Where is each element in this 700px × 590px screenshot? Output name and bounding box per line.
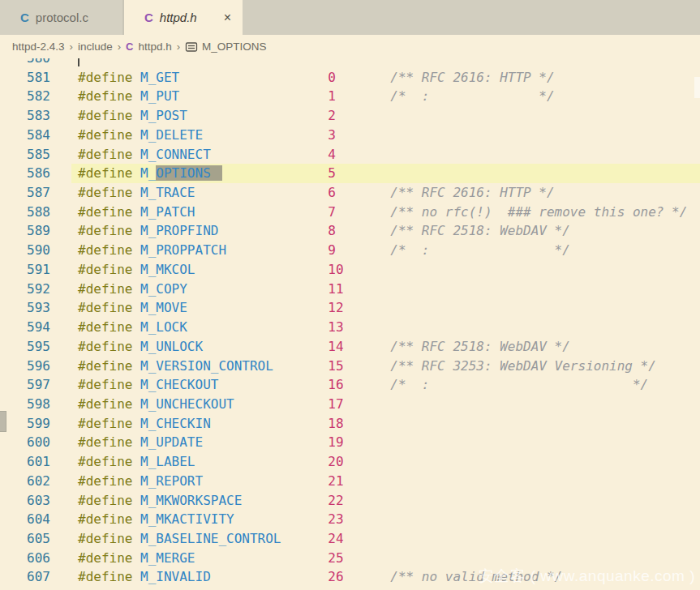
code-line[interactable]: 603#define M_MKWORKSPACE 22 [0,491,700,511]
line-number[interactable]: 580 [0,58,71,68]
line-content[interactable]: #define M_UPDATE 19 [71,433,700,452]
code-line[interactable]: 580 [0,58,700,68]
line-number[interactable]: 605 [0,529,71,549]
line-content[interactable]: #define M_MKWORKSPACE 22 [71,491,700,511]
breadcrumb-item-file[interactable]: C httpd.h [126,41,172,53]
line-content[interactable]: #define M_UNCHECKOUT 17 [71,395,700,414]
line-number[interactable]: 581 [0,68,71,88]
code-line[interactable]: 591#define M_MKCOL 10 [0,260,700,280]
code-line[interactable]: 583#define M_POST 2 [0,106,700,126]
line-content[interactable]: #define M_UNLOCK 14 /** RFC 2518: WebDAV… [71,337,700,357]
code-line[interactable]: 590#define M_PROPPATCH 9 /* : */ [0,241,700,260]
line-content[interactable]: #define M_MKACTIVITY 23 [71,510,700,529]
code-line[interactable]: 594#define M_LOCK 13 [0,318,700,337]
line-content[interactable]: #define M_PROPFIND 8 /** RFC 2518: WebDA… [71,221,700,241]
line-content[interactable]: #define M_DELETE 3 [71,126,700,145]
line-number[interactable]: 601 [0,452,71,472]
line-number[interactable]: 600 [0,433,71,452]
line-number[interactable]: 597 [0,375,71,395]
line-number[interactable]: 591 [0,260,71,280]
code-line[interactable]: 600#define M_UPDATE 19 [0,433,700,452]
line-number[interactable]: 596 [0,357,71,376]
code-line[interactable]: 589#define M_PROPFIND 8 /** RFC 2518: We… [0,221,700,241]
chevron-right-icon: › [177,41,180,53]
code-line[interactable]: 604#define M_MKACTIVITY 23 [0,510,700,529]
line-content[interactable] [71,58,700,68]
code-line[interactable]: 585#define M_CONNECT 4 [0,145,700,165]
code-line[interactable]: 582#define M_PUT 1 /* : */ [0,87,700,106]
line-number[interactable]: 585 [0,145,71,165]
code-line[interactable]: 598#define M_UNCHECKOUT 17 [0,395,700,414]
line-content[interactable]: #define M_LOCK 13 [71,318,700,337]
code-line[interactable]: 605#define M_BASELINE_CONTROL 24 [0,529,700,549]
code-line[interactable]: 607#define M_INVALID 26 /** no valid met… [0,567,700,587]
line-number[interactable]: 586 [0,164,71,183]
code-line[interactable]: 593#define M_MOVE 12 [0,298,700,318]
line-number[interactable]: 587 [0,183,71,203]
line-content[interactable]: #define M_PUT 1 /* : */ [71,87,700,106]
code-line[interactable]: 595#define M_UNLOCK 14 /** RFC 2518: Web… [0,337,700,357]
scrollbar-thumb[interactable] [694,77,700,98]
chevron-right-icon: › [118,41,121,53]
line-number[interactable]: 589 [0,221,71,241]
line-number[interactable]: 582 [0,87,71,106]
line-number[interactable]: 583 [0,106,71,126]
line-content[interactable]: #define M_LABEL 20 [71,452,700,472]
code-line[interactable]: 597#define M_CHECKOUT 16 /* : */ [0,375,700,395]
line-number[interactable]: 588 [0,203,71,222]
code-line[interactable]: 606#define M_MERGE 25 [0,549,700,568]
code-line[interactable]: 586#define M_OPTIONS 5 [0,164,700,183]
code-line[interactable]: 602#define M_REPORT 21 [0,472,700,491]
line-content[interactable]: #define M_OPTIONS 5 [71,164,700,183]
line-content[interactable]: #define M_MOVE 12 [71,298,700,318]
line-number[interactable]: 594 [0,318,71,337]
line-content[interactable]: #define M_MERGE 25 [71,549,700,568]
breadcrumb-symbol-label: M_OPTIONS [202,41,267,53]
line-content[interactable]: #define M_MKCOL 10 [71,260,700,280]
line-content[interactable]: #define M_CHECKIN 18 [71,414,700,434]
selected-text: OPTIONS [156,165,218,181]
line-content[interactable]: #define M_CHECKOUT 16 /* : */ [71,375,700,395]
line-content[interactable]: #define M_GET 0 /** RFC 2616: HTTP */ [71,68,700,88]
line-number[interactable]: 598 [0,395,71,414]
line-content[interactable]: #define M_PATCH 7 /** no rfc(!) ### remo… [71,203,700,222]
line-content[interactable]: #define M_INVALID 26 /** no valid method… [71,567,700,587]
line-number[interactable]: 590 [0,241,71,260]
line-content[interactable]: #define M_TRACE 6 /** RFC 2616: HTTP */ [71,183,700,203]
line-content[interactable]: #define M_POST 2 [71,106,700,126]
tab-httpd-h[interactable]: C httpd.h × [124,0,243,35]
line-number[interactable]: 607 [0,567,71,587]
code-line[interactable]: 601#define M_LABEL 20 [0,452,700,472]
line-number[interactable]: 584 [0,126,71,145]
line-number[interactable]: 595 [0,337,71,357]
line-content[interactable]: #define M_PROPPATCH 9 /* : */ [71,241,700,260]
line-number[interactable]: 599 [0,414,71,434]
line-content[interactable]: #define M_VERSION_CONTROL 15 /** RFC 325… [71,357,700,376]
code-line[interactable]: 599#define M_CHECKIN 18 [0,414,700,434]
code-line[interactable]: 588#define M_PATCH 7 /** no rfc(!) ### r… [0,203,700,222]
breadcrumb-item-folder[interactable]: httpd-2.4.3 [12,41,65,53]
close-icon[interactable]: × [221,10,234,26]
line-content[interactable]: #define M_BASELINE_CONTROL 24 [71,529,700,549]
line-number[interactable]: 593 [0,298,71,318]
symbol-field-icon [185,41,198,53]
breadcrumb-item-symbol[interactable]: M_OPTIONS [185,41,267,53]
line-content[interactable]: #define M_REPORT 21 [71,472,700,491]
breadcrumb-item-folder[interactable]: include [78,41,113,53]
line-content[interactable]: #define M_CONNECT 4 [71,145,700,165]
sidebar-resize-handle[interactable] [0,411,6,432]
line-number[interactable]: 602 [0,472,71,491]
line-number[interactable]: 606 [0,549,71,568]
code-line[interactable]: 587#define M_TRACE 6 /** RFC 2616: HTTP … [0,183,700,203]
code-line[interactable]: 592#define M_COPY 11 [0,280,700,299]
line-number[interactable]: 604 [0,510,71,529]
line-number[interactable]: 603 [0,491,71,511]
line-content[interactable]: #define M_COPY 11 [71,280,700,299]
code-line[interactable]: 581#define M_GET 0 /** RFC 2616: HTTP */ [0,68,700,88]
code-line[interactable]: 596#define M_VERSION_CONTROL 15 /** RFC … [0,357,700,376]
tab-label: protocol.c [36,11,88,24]
tab-protocol-c[interactable]: C protocol.c [0,0,124,35]
line-number[interactable]: 592 [0,280,71,299]
code-editor[interactable]: 580581#define M_GET 0 /** RFC 2616: HTTP… [0,58,700,590]
code-line[interactable]: 584#define M_DELETE 3 [0,126,700,145]
